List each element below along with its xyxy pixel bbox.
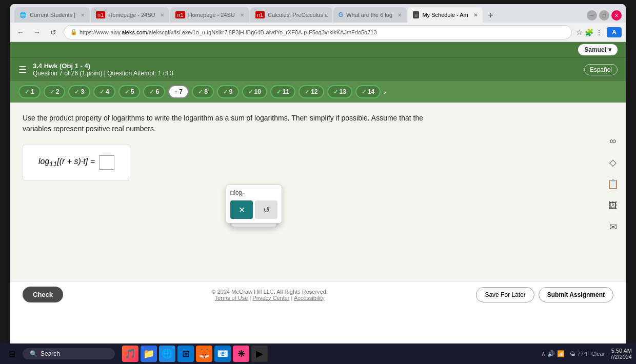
question-pill-6[interactable]: ✓ 6 [143,85,165,98]
tab-current-students[interactable]: 🌐 Current Students | ✕ [14,7,90,23]
privacy-link[interactable]: Privacy Center [252,295,289,301]
taskbar-app-edge[interactable]: 🌐 [159,346,175,362]
weather-icon: 🌤 [570,351,575,357]
footer-center: © 2024 McGraw Hill LLC. All Rights Reser… [212,289,328,301]
minimize-button[interactable]: ─ [587,10,597,21]
taskbar-app-music[interactable]: 🎵 [122,346,138,362]
question-pill-8[interactable]: ✓ 8 [192,85,214,98]
extensions-icon[interactable]: 🧩 [585,28,593,36]
sidebar-right: ∞ ◇ 📋 🖼 ✉ [605,133,621,235]
submit-assignment-button[interactable]: Submit Assignment [539,287,613,302]
pill-label: 11 [283,88,289,95]
mail-icon[interactable]: ✉ [605,219,621,235]
tab-homepage-1[interactable]: n1 Homepage - 24SU ✕ [91,7,169,23]
refresh-button[interactable]: ↺ [47,26,59,38]
taskbar-app-terminal[interactable]: ▶ [251,346,268,362]
taskbar-app-files[interactable]: 📁 [141,346,157,362]
check-icon: ✓ [74,89,79,95]
check-icon: ✓ [362,89,366,95]
user-menu-button[interactable]: Samuel ▾ [578,44,618,55]
terms-link[interactable]: Terms of Use [215,295,248,301]
keyboard-top-row: □log□ [230,189,277,197]
taskbar-app-outlook[interactable]: 📧 [214,346,231,362]
taskbar: ⊞ 🔍 Search 🎵 📁 🌐 ⊞ 🦊 📧 ❋ ▶ ∧ 🔊 📶 🌤 77°F … [0,343,636,364]
tab-google-search[interactable]: G What are the 6 log ✕ [333,7,407,23]
search-icon: 🔍 [30,350,37,357]
keyboard-undo-button[interactable]: ↺ [255,200,277,219]
clipboard-icon[interactable]: 📋 [605,176,621,192]
restore-button[interactable]: □ [599,10,609,21]
math-expression-area: log11[(r + s)·t] = [23,145,130,180]
browser-window: 🌐 Current Students | ✕ n1 Homepage - 24S… [10,4,626,353]
accessibility-link[interactable]: Accessibility [294,295,325,301]
taskbar-app-flower[interactable]: ❋ [233,346,249,362]
url-text: https://www-awy.aleks.com/alekscgi/x/lsl… [80,29,377,35]
question-pill-10[interactable]: ✓ 10 [242,85,267,98]
tab-icon: n1 [96,11,105,18]
hamburger-menu-icon[interactable]: ☰ [18,64,27,75]
pill-label: 12 [311,88,317,95]
taskbar-search[interactable]: 🔍 Search [23,348,115,359]
user-name: Samuel [584,46,606,53]
question-pill-9[interactable]: ✓ 9 [217,85,239,98]
next-arrow-icon[interactable]: › [384,88,386,96]
keyboard-x-button[interactable]: ✕ [230,200,253,219]
question-pill-5[interactable]: ✓ 5 [118,85,141,98]
check-icon: ✓ [305,89,309,95]
tab-homepage-2[interactable]: n1 Homepage - 24SU ✕ [170,7,249,23]
question-pill-4[interactable]: ✓ 4 [93,85,115,98]
infinity-icon[interactable]: ∞ [605,133,621,149]
new-tab-button[interactable]: + [484,8,498,23]
aleks-app: Samuel ▾ ☰ 3.4 Hwk (Obj 1 - 4) Question … [10,42,626,353]
windows-start-icon[interactable]: ⊞ [4,346,19,361]
menu-icon[interactable]: ⋮ [595,28,603,36]
tab-calculus[interactable]: n1 Calculus, PreCalculus a ✕ [250,7,332,23]
question-pill-11[interactable]: ✓ 11 [270,85,295,98]
check-icon: ✓ [223,89,228,95]
chevron-down-icon: ▾ [608,46,611,53]
question-pill-2[interactable]: ✓ 2 [44,85,66,98]
tab-close-icon[interactable]: ✕ [240,12,244,18]
content-area: ∞ ◇ 📋 🖼 ✉ Use the product property of lo… [10,103,626,308]
time-display: 5:50 AM 7/2/2024 [610,348,632,360]
tab-close-icon[interactable]: ✕ [473,12,478,18]
log-label: □log□ [230,189,245,197]
taskbar-app-store[interactable]: ⊞ [177,346,194,362]
tab-my-schedule[interactable]: ≡ My Schedule - Am ✕ [408,7,483,23]
check-button[interactable]: Check [23,287,63,302]
url-bar[interactable]: 🔒 https://www-awy.aleks.com/alekscgi/x/l… [64,25,572,39]
answer-input-box[interactable] [99,155,114,170]
action-buttons: Save For Later Submit Assignment [476,287,613,302]
check-icon: ✓ [100,89,104,95]
check-icon: ✓ [125,89,129,95]
save-for-later-button[interactable]: Save For Later [476,287,534,302]
question-pill-7[interactable]: ≡ 7 [168,85,189,98]
diamond-icon[interactable]: ◇ [605,155,621,170]
bookmark-icon[interactable]: ☆ [576,28,583,36]
footer-links: Terms of Use | Privacy Center | Accessib… [212,295,328,301]
pill-label: 10 [254,88,261,95]
taskbar-app-firefox[interactable]: 🦊 [196,346,212,362]
question-pill-3[interactable]: ✓ 3 [68,85,90,98]
question-pill-1[interactable]: ✓ 1 [18,85,41,98]
question-attempt-info: Question 7 of 26 (1 point) | Question At… [33,70,584,77]
tab-close-icon[interactable]: ✕ [160,12,164,18]
close-button[interactable]: ✕ [611,10,622,21]
espanol-button[interactable]: Español [584,64,618,75]
question-pill-12[interactable]: ✓ 12 [299,85,324,98]
forward-button[interactable]: → [31,26,43,38]
equals-icon: ≡ [174,89,177,95]
aleks-header: ☰ 3.4 Hwk (Obj 1 - 4) Question 7 of 26 (… [10,58,626,81]
question-pill-13[interactable]: ✓ 13 [327,85,352,98]
pill-label: 5 [131,88,134,95]
tab-label: Homepage - 24SU [108,12,155,18]
profile-button[interactable]: A [607,27,622,37]
tab-close-icon[interactable]: ✕ [81,12,85,18]
image-icon[interactable]: 🖼 [605,198,621,213]
pill-label: 1 [31,88,34,95]
tab-close-icon[interactable]: ✕ [398,12,402,18]
question-pill-14[interactable]: ✓ 14 [355,85,381,98]
pill-label: 3 [81,88,84,95]
tab-icon: G [339,11,343,18]
back-button[interactable]: ← [14,26,27,38]
